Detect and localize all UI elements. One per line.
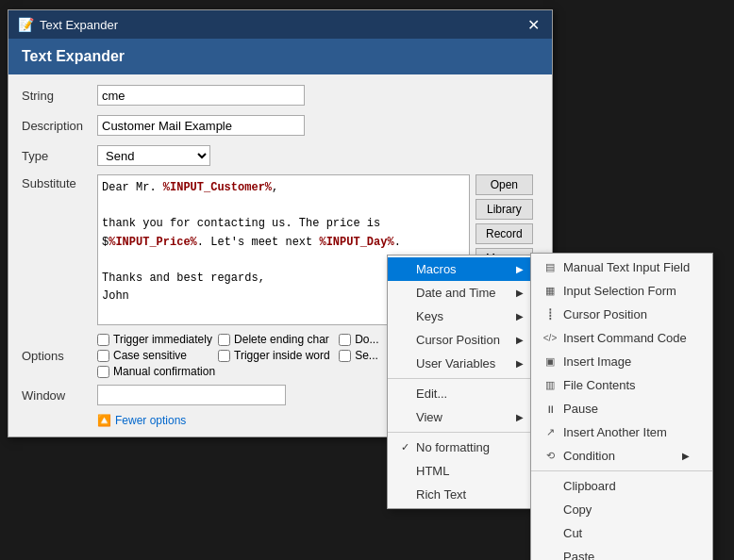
title-text: Text Expander	[40, 18, 118, 32]
description-row: Description	[22, 114, 539, 137]
string-row: String	[22, 84, 539, 107]
file-contents-icon: ▥	[541, 379, 559, 391]
case-sensitive-option[interactable]: Case sensitive	[97, 349, 215, 362]
menu-item-view[interactable]: View ▶	[388, 405, 546, 429]
cut-label: Cut	[563, 526, 582, 540]
manual-confirm-label: Manual confirmation	[113, 365, 215, 378]
input-selection-icon: ▦	[541, 285, 559, 297]
submenu-item-condition[interactable]: ⟲ Condition ▶	[531, 444, 712, 468]
menu-item-datetime[interactable]: Date and Time ▶	[388, 281, 546, 305]
case-sensitive-label: Case sensitive	[113, 349, 187, 362]
insert-another-label: Insert Another Item	[563, 425, 667, 439]
manual-input-icon: ▤	[541, 261, 559, 273]
insert-command-icon: </>	[541, 333, 559, 343]
delete-ending-checkbox[interactable]	[218, 334, 230, 346]
library-button[interactable]: Library	[475, 199, 533, 220]
title-bar: 📝 Text Expander ✕	[8, 10, 552, 39]
do-label: Do...	[355, 333, 378, 346]
pause-icon: ⏸	[541, 404, 559, 415]
copy-label: Copy	[563, 502, 592, 517]
submenu-item-clipboard[interactable]: Clipboard	[531, 474, 712, 498]
string-input[interactable]	[97, 85, 305, 106]
input-selection-label: Input Selection Form	[563, 284, 676, 298]
macros-label: Macros	[416, 262, 457, 276]
menu-item-rich-text[interactable]: Rich Text	[388, 483, 546, 506]
description-label: Description	[22, 119, 97, 133]
html-label: HTML	[416, 464, 449, 478]
datetime-arrow: ▶	[516, 288, 524, 298]
window-label: Window	[22, 388, 97, 403]
cursor-pos-sub-icon: ┋	[541, 308, 559, 321]
cursor-pos-arrow: ▶	[516, 335, 524, 345]
menu-sep-2	[388, 432, 546, 433]
record-button[interactable]: Record	[475, 223, 533, 244]
view-arrow: ▶	[516, 412, 524, 422]
file-contents-label: File Contents	[563, 378, 636, 392]
menu-item-edit[interactable]: Edit...	[388, 382, 546, 405]
menu-item-no-formatting[interactable]: ✓ No formatting	[388, 436, 546, 459]
trigger-immediately-option[interactable]: Trigger immediately	[97, 333, 215, 346]
type-label: Type	[22, 149, 97, 163]
submenu-item-input-selection[interactable]: ▦ Input Selection Form	[531, 279, 712, 303]
keys-arrow: ▶	[516, 311, 524, 321]
menu-sep-1	[388, 378, 546, 379]
fewer-options-label: Fewer options	[115, 414, 186, 427]
type-select[interactable]: Send Paste	[97, 145, 210, 166]
title-bar-left: 📝 Text Expander	[18, 17, 118, 32]
delete-ending-option[interactable]: Delete ending char	[218, 333, 336, 346]
manual-confirm-option[interactable]: Manual confirmation	[97, 365, 215, 378]
trigger-inside-option[interactable]: Trigger inside word	[218, 349, 336, 362]
keys-label: Keys	[416, 309, 443, 323]
menu-item-user-vars[interactable]: User Variables ▶	[388, 352, 546, 375]
clipboard-label: Clipboard	[563, 479, 616, 493]
trigger-immediately-checkbox[interactable]	[97, 334, 109, 346]
insert-command-label: Insert Command Code	[563, 331, 687, 345]
submenu-item-manual-input[interactable]: ▤ Manual Text Input Field	[531, 255, 712, 279]
insert-image-label: Insert Image	[563, 354, 631, 369]
no-format-check: ✓	[397, 441, 412, 453]
submenu-item-pause[interactable]: ⏸ Pause	[531, 397, 712, 420]
user-vars-arrow: ▶	[516, 358, 524, 369]
no-format-label: No formatting	[416, 440, 490, 454]
rich-text-label: Rich Text	[416, 487, 466, 502]
insert-another-icon: ↗	[541, 426, 559, 438]
manual-input-label: Manual Text Input Field	[563, 260, 690, 274]
case-sensitive-checkbox[interactable]	[97, 350, 109, 362]
menu-item-keys[interactable]: Keys ▶	[388, 305, 546, 328]
submenu-item-file-contents[interactable]: ▥ File Contents	[531, 373, 712, 397]
se-checkbox[interactable]	[339, 350, 351, 362]
delete-ending-label: Delete ending char	[234, 333, 329, 346]
submenu-item-insert-another[interactable]: ↗ Insert Another Item	[531, 420, 712, 444]
open-button[interactable]: Open	[475, 174, 533, 195]
description-input[interactable]	[97, 115, 305, 136]
paste-label: Paste	[563, 550, 594, 560]
manual-confirm-checkbox[interactable]	[97, 366, 109, 378]
condition-arrow: ▶	[682, 451, 690, 461]
do-checkbox[interactable]	[339, 334, 351, 346]
macros-arrow: ▶	[516, 264, 524, 274]
close-button[interactable]: ✕	[524, 15, 542, 34]
submenu-item-cursor-position[interactable]: ┋ Cursor Position	[531, 303, 712, 326]
macros-context-menu: Macros ▶ Date and Time ▶ Keys ▶ Cursor P…	[387, 255, 547, 509]
menu-item-macros[interactable]: Macros ▶	[388, 257, 546, 281]
view-label: View	[416, 410, 442, 424]
submenu-item-insert-image[interactable]: ▣ Insert Image	[531, 350, 712, 373]
cursor-pos-label: Cursor Position	[416, 333, 500, 347]
datetime-label: Date and Time	[416, 286, 496, 300]
type-row: Type Send Paste	[22, 144, 539, 167]
trigger-inside-label: Trigger inside word	[234, 349, 330, 362]
pause-label: Pause	[563, 402, 598, 416]
window-input[interactable]	[97, 385, 286, 405]
submenu-item-paste[interactable]: Paste	[531, 545, 712, 560]
menu-item-html[interactable]: HTML	[388, 459, 546, 483]
trigger-immediately-label: Trigger immediately	[113, 333, 212, 346]
cursor-position-label: Cursor Position	[563, 307, 647, 321]
insert-image-icon: ▣	[541, 355, 559, 368]
submenu-item-cut[interactable]: Cut	[531, 521, 712, 545]
condition-label: Condition	[563, 449, 615, 463]
submenu-item-insert-command[interactable]: </> Insert Command Code	[531, 326, 712, 350]
menu-item-cursor-pos[interactable]: Cursor Position ▶	[388, 328, 546, 352]
submenu-item-copy[interactable]: Copy	[531, 498, 712, 521]
dialog-header-text: Text Expander	[22, 48, 125, 64]
trigger-inside-checkbox[interactable]	[218, 350, 230, 362]
